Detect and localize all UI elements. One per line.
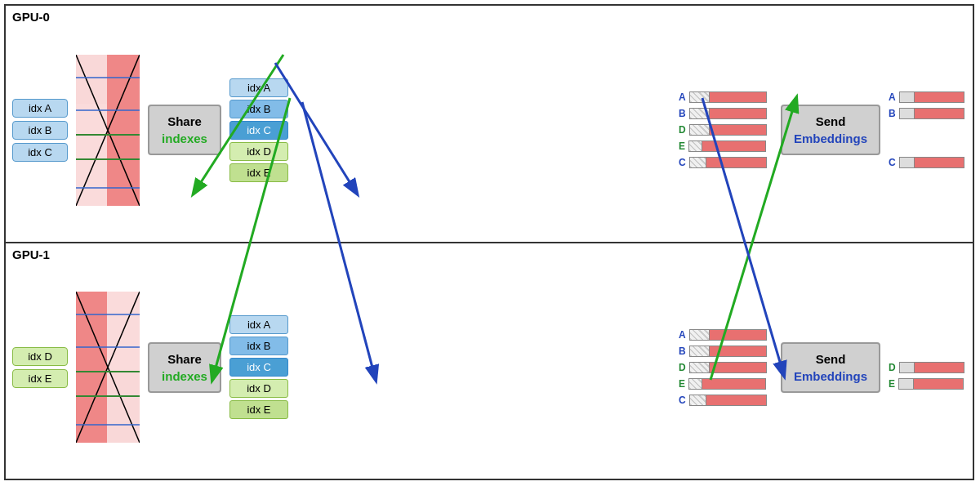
gpu1-shared-idx-B: idx B xyxy=(229,337,288,355)
shared-idx-B: idx B xyxy=(229,100,288,118)
gpu0-shared-idx-list: idx A idx B idx C idx D idx E xyxy=(229,78,288,182)
gpu0-label: GPU-0 xyxy=(12,10,50,24)
gpu1-panel: GPU-1 idx D idx E xyxy=(6,243,973,479)
gpu1-embed-col-vis: A B D E C xyxy=(76,292,140,443)
shared-idx-C: idx C xyxy=(229,121,288,140)
idx-box-D: idx D xyxy=(12,347,68,366)
svg-rect-2 xyxy=(76,55,107,104)
gpu1-embed-rows: A B xyxy=(679,329,773,406)
gpu1-send-embed-rows: A B D xyxy=(889,329,966,406)
gpu0-embed-rows: A B xyxy=(679,91,773,168)
idx-box-C: idx C xyxy=(12,143,68,162)
gpu0-panel: GPU-0 idx A idx B idx C xyxy=(6,6,973,243)
gpu1-shared-idx-list: idx A idx B idx C idx D idx E xyxy=(229,315,288,419)
gpu1-send-box: Send Embeddings xyxy=(781,342,880,393)
idx-box-E: idx E xyxy=(12,369,68,388)
shared-idx-A: idx A xyxy=(229,78,288,97)
idx-box-A: idx A xyxy=(12,99,68,118)
gpu1-label: GPU-1 xyxy=(12,247,50,261)
idx-box-B: idx B xyxy=(12,121,68,140)
gpu1-shared-idx-E: idx E xyxy=(229,400,288,419)
gpu1-share-box: Share indexes xyxy=(148,342,221,393)
gpu1-shared-idx-C: idx C xyxy=(229,358,288,377)
gpu0-send-embed-rows: A B xyxy=(889,91,966,168)
gpu1-shared-idx-D: idx D xyxy=(229,379,288,398)
gpu0-send-box: Send Embeddings xyxy=(781,105,880,155)
gpu0-idx-boxes: idx A idx B idx C xyxy=(12,99,68,162)
gpu1-shared-idx-A: idx A xyxy=(229,315,288,334)
shared-idx-E: idx E xyxy=(229,163,288,182)
gpu0-share-box: Share indexes xyxy=(148,105,221,155)
gpu0-embed-col-vis: A B D E C xyxy=(76,55,140,206)
gpu1-idx-boxes: idx D idx E xyxy=(12,347,68,388)
shared-idx-D: idx D xyxy=(229,142,288,161)
